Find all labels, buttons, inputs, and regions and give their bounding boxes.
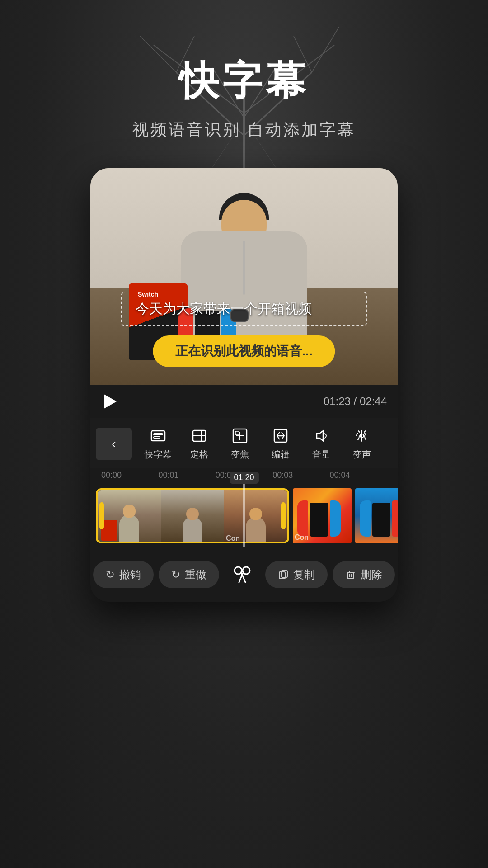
volume-label: 音量 [312, 448, 330, 461]
tool-voice[interactable]: 变声 [342, 425, 382, 462]
svg-line-26 [239, 575, 242, 582]
undo-button[interactable]: ↺ 撤销 [93, 561, 154, 588]
tool-volume[interactable]: 音量 [301, 425, 342, 462]
back-arrow-icon: ‹ [112, 437, 116, 451]
selected-clip[interactable]: Con [96, 488, 289, 543]
subtitle-box: 今天为大家带来一个开箱视频 [121, 292, 367, 326]
ruler-mark-0: 00:00 [101, 471, 122, 480]
recognition-banner: 正在识别此视频的语音... [153, 335, 335, 367]
toolbar-items: 快字幕 定格 [137, 425, 398, 462]
tool-edit[interactable]: 编辑 [260, 425, 301, 462]
freeze-label: 定格 [190, 448, 208, 461]
phone-mockup: Switch 今天为大家带来一个开箱视频 正在识别此视频的语音.. [90, 168, 398, 602]
sub-title: 视频语音识别 自动添加字幕 [132, 119, 356, 141]
video-frame: Switch 今天为大家带来一个开箱视频 正在识别此视频的语音.. [90, 168, 398, 385]
time-display: 01:23 / 02:44 [324, 395, 387, 408]
svg-line-27 [242, 575, 245, 582]
title-area: 快字幕 视频语音识别 自动添加字幕 [132, 54, 356, 141]
play-icon [104, 394, 117, 409]
redo-label: 重做 [185, 567, 206, 582]
undo-icon: ↺ [106, 568, 115, 581]
svg-rect-18 [235, 431, 239, 435]
toolbar: ‹ 快字幕 [90, 418, 398, 468]
scissors-icon [231, 563, 253, 586]
edit-label: 编辑 [272, 448, 290, 461]
recognition-text: 正在识别此视频的语音... [175, 344, 312, 358]
clip-handle-right[interactable] [281, 502, 286, 529]
thumbnail-3[interactable]: Con [224, 490, 287, 543]
play-button[interactable] [101, 392, 119, 410]
con-text-2: Con [295, 533, 309, 542]
cut-button[interactable] [224, 557, 260, 593]
subtitle-text: 今天为大家带来一个开箱视频 [136, 301, 312, 316]
copy-button[interactable]: 复制 [265, 561, 328, 588]
zoom-label: 变焦 [231, 448, 249, 461]
delete-label: 删除 [361, 567, 382, 582]
player-controls: 01:23 / 02:44 [90, 385, 398, 418]
copy-label: 复制 [293, 567, 315, 582]
tool-freeze[interactable]: 定格 [179, 425, 220, 462]
tool-zoom[interactable]: 变焦 [220, 425, 260, 462]
undo-label: 撤销 [119, 567, 141, 582]
thumbnail-4[interactable]: Con [293, 488, 352, 543]
freeze-icon [190, 427, 208, 445]
thumbnail-strip[interactable]: 01:20 [90, 484, 398, 547]
playhead: 01:20 [244, 484, 245, 547]
con-text: Con [226, 534, 240, 542]
svg-rect-13 [151, 431, 165, 441]
redo-icon: ↻ [171, 568, 180, 581]
main-title: 快字幕 [132, 54, 356, 108]
caption-label: 快字幕 [145, 448, 172, 461]
caption-icon [149, 427, 167, 445]
delete-button[interactable]: 删除 [333, 561, 395, 588]
svg-rect-15 [154, 437, 160, 438]
ruler-mark-3: 00:03 [272, 471, 293, 480]
video-area[interactable]: Switch 今天为大家带来一个开箱视频 正在识别此视频的语音.. [90, 168, 398, 385]
thumbnail-5[interactable]: L R [355, 488, 398, 543]
delete-icon [345, 569, 356, 580]
thumbnail-1[interactable] [98, 490, 161, 543]
voice-icon [353, 427, 371, 445]
tool-caption[interactable]: 快字幕 [137, 425, 179, 462]
ruler-mark-1: 00:01 [158, 471, 178, 480]
ruler-mark-4: 00:04 [330, 471, 350, 480]
volume-icon [312, 427, 330, 445]
content-wrapper: 快字幕 视频语音识别 自动添加字幕 [0, 0, 488, 868]
voice-label: 变声 [353, 448, 371, 461]
edit-icon [272, 427, 290, 445]
redo-button[interactable]: ↻ 重做 [159, 561, 219, 588]
clip-handle-left[interactable] [99, 502, 104, 529]
zoom-icon [231, 427, 249, 445]
timestamp-badge: 01:20 [229, 472, 258, 484]
action-bar: ↺ 撤销 ↻ 重做 [90, 547, 398, 602]
copy-icon [278, 569, 289, 580]
thumbnail-2[interactable] [161, 490, 224, 543]
back-button[interactable]: ‹ [96, 428, 132, 460]
svg-rect-14 [154, 434, 163, 435]
svg-marker-20 [317, 431, 323, 441]
